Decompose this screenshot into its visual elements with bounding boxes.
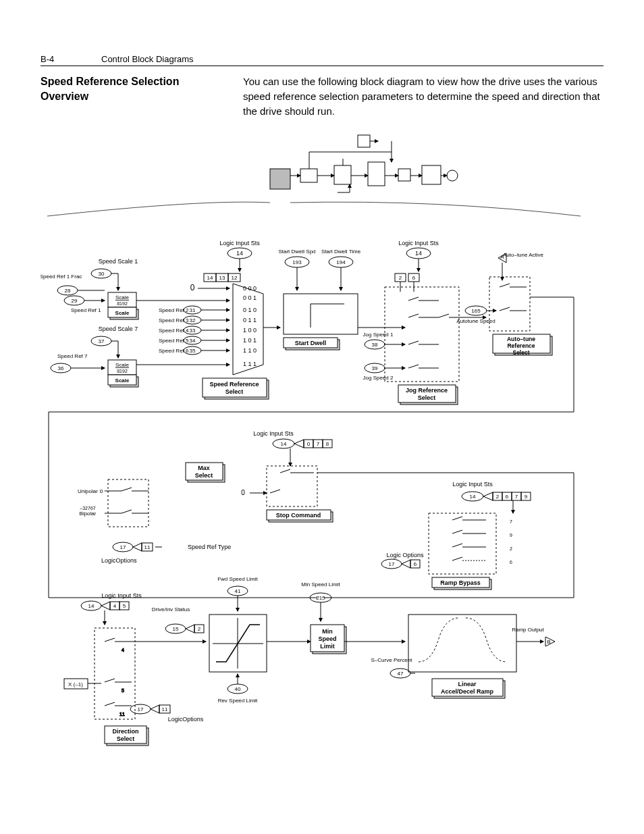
chapter-title: Control Block Diagrams <box>101 54 194 64</box>
svg-text:A: A <box>500 254 504 260</box>
svg-text:Auto–tune: Auto–tune <box>507 336 535 342</box>
svg-line-157 <box>500 307 510 311</box>
svg-marker-175 <box>294 440 304 448</box>
direction-select-block: Logic Input Sts 14 4 5 Drive/Inv Status … <box>64 592 204 746</box>
svg-text:41: 41 <box>235 588 241 594</box>
svg-line-133 <box>408 314 419 317</box>
svg-text:LogicOptions: LogicOptions <box>101 557 137 564</box>
svg-text:Ramp Output: Ramp Output <box>512 627 544 633</box>
svg-rect-128 <box>385 287 459 382</box>
svg-line-276 <box>105 702 115 706</box>
svg-text:Speed Reference: Speed Reference <box>209 381 259 388</box>
svg-line-191 <box>122 488 132 491</box>
speed-ref-7-group: Speed Scale 7 37 Speed Ref 7 36 Scale 81… <box>51 325 230 387</box>
svg-text:7: 7 <box>317 441 320 447</box>
svg-text:2: 2 <box>496 494 500 500</box>
svg-text:Ramp Bypass: Ramp Bypass <box>440 579 481 586</box>
svg-text:215: 215 <box>316 595 325 601</box>
svg-text:Max: Max <box>198 465 210 471</box>
svg-text:36: 36 <box>58 365 64 371</box>
svg-text:14: 14 <box>470 494 476 500</box>
svg-text:Min Speed Limit: Min Speed Limit <box>301 581 340 588</box>
svg-text:17: 17 <box>389 561 395 567</box>
svg-text:S–Curve Percent: S–Curve Percent <box>371 657 413 663</box>
svg-line-139 <box>408 365 419 368</box>
svg-rect-2 <box>334 165 351 184</box>
svg-text:Start Dwell: Start Dwell <box>295 340 327 346</box>
svg-text:Start Dwell Spd: Start Dwell Spd <box>278 249 315 255</box>
svg-marker-222 <box>483 492 493 500</box>
svg-text:Scale: Scale <box>115 310 130 316</box>
svg-text:2: 2 <box>510 546 512 551</box>
svg-text:Accel/Decel Ramp: Accel/Decel Ramp <box>441 688 494 695</box>
svg-text:Stop Command: Stop Command <box>276 512 321 519</box>
logic-input-sts-right-bottom: Logic Input Sts 14 2 6 7 9 <box>452 481 531 513</box>
svg-text:Speed Ref 1 Frac: Speed Ref 1 Frac <box>41 273 82 280</box>
intro-text: You can use the following block diagram … <box>243 74 603 118</box>
svg-rect-154 <box>489 277 530 331</box>
start-dwell-block: Start Dwell <box>284 294 405 350</box>
svg-text:0  1  0: 0 1 0 <box>243 307 257 313</box>
svg-text:6: 6 <box>414 561 417 567</box>
svg-text:Jog Speed 1: Jog Speed 1 <box>363 332 394 338</box>
svg-text:Speed: Speed <box>318 635 336 642</box>
svg-text:33: 33 <box>190 328 196 334</box>
svg-text:Scale: Scale <box>115 362 130 368</box>
svg-text:5: 5 <box>122 688 124 693</box>
svg-text:5: 5 <box>123 603 126 609</box>
svg-line-273 <box>105 679 115 682</box>
svg-text:11: 11 <box>162 706 168 712</box>
svg-rect-123 <box>284 294 358 334</box>
svg-text:Linear: Linear <box>458 681 477 687</box>
svg-marker-248 <box>402 560 410 568</box>
svg-text:0: 0 <box>190 283 195 292</box>
svg-text:8192: 8192 <box>117 301 128 306</box>
speed-limit-block: Fwd Speed Limit 41 40 Rev Speed Limit <box>132 576 311 704</box>
svg-text:17: 17 <box>120 544 126 550</box>
max-select-block: Max Select <box>186 463 225 482</box>
svg-text:Select: Select <box>195 472 213 479</box>
overview-thumbnail <box>47 135 581 216</box>
zero-input-mux: 0 0 0 0 0 0 1 <box>190 283 257 301</box>
svg-text:Drive/Inv Status: Drive/Inv Status <box>152 606 190 613</box>
svg-text:Select: Select <box>225 388 244 395</box>
svg-text:6: 6 <box>510 560 512 565</box>
speed-ref-type: 17 11 Speed Ref Type LogicOptions <box>101 542 231 564</box>
svg-text:Speed Scale 7: Speed Scale 7 <box>99 325 138 332</box>
svg-text:4: 4 <box>113 603 117 609</box>
svg-text:0  1  1: 0 1 1 <box>243 317 257 323</box>
svg-line-243 <box>452 557 462 561</box>
svg-text:Reference: Reference <box>507 342 535 349</box>
svg-text:29: 29 <box>72 298 78 304</box>
logic-input-sts-mid: Logic Input Sts 14 0 7 8 <box>253 430 332 466</box>
svg-text:13: 13 <box>219 275 225 281</box>
svg-text:Autotune Speed: Autotune Speed <box>456 318 495 324</box>
svg-text:9: 9 <box>510 533 512 538</box>
svg-text:35: 35 <box>190 348 196 354</box>
svg-text:Min: Min <box>322 628 333 635</box>
speed-refs-2-6: Speed Ref 2 31 0 1 0 Speed Ref 3 32 0 1 … <box>159 306 257 367</box>
svg-marker-266 <box>186 625 194 633</box>
svg-text:Logic Input Sts: Logic Input Sts <box>101 592 142 599</box>
svg-text:LogicOptions: LogicOptions <box>168 716 204 723</box>
page-number: B-4 <box>41 54 101 64</box>
svg-text:2: 2 <box>198 626 201 632</box>
logic-input-sts-right-top: Logic Input Sts 14 2 6 <box>395 240 439 282</box>
svg-text:Logic Input Sts: Logic Input Sts <box>253 430 294 437</box>
svg-line-211 <box>270 490 280 493</box>
svg-text:0: 0 <box>100 488 103 494</box>
svg-line-207 <box>280 469 290 473</box>
svg-line-137 <box>408 341 419 344</box>
svg-text:11: 11 <box>119 712 125 716</box>
svg-rect-4 <box>398 169 410 181</box>
svg-text:31: 31 <box>190 307 196 313</box>
svg-text:34: 34 <box>190 338 196 344</box>
svg-text:8: 8 <box>326 441 329 447</box>
svg-line-241 <box>452 544 462 547</box>
svg-text:Select: Select <box>512 349 529 356</box>
svg-marker-200 <box>133 543 142 551</box>
svg-text:0  0  1: 0 0 1 <box>243 294 257 301</box>
svg-text:Speed Ref Type: Speed Ref Type <box>188 544 231 550</box>
svg-text:Logic Input Sts: Logic Input Sts <box>452 481 493 488</box>
svg-text:1  0  0: 1 0 0 <box>243 327 257 334</box>
